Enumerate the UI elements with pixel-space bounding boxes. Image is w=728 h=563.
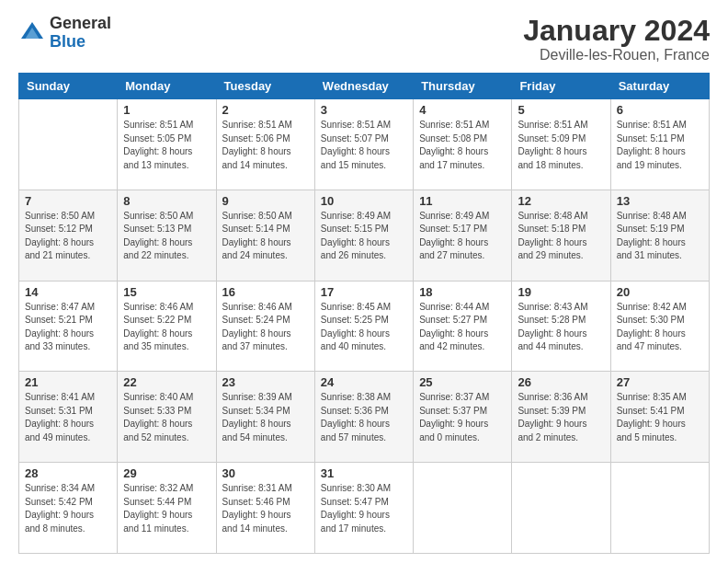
- calendar-cell: 28Sunrise: 8:34 AMSunset: 5:42 PMDayligh…: [19, 463, 118, 554]
- day-number: 28: [25, 466, 111, 480]
- day-number: 3: [321, 103, 407, 117]
- day-number: 22: [123, 375, 210, 389]
- day-detail: Sunrise: 8:45 AMSunset: 5:25 PMDaylight:…: [321, 301, 407, 354]
- week-row-5: 28Sunrise: 8:34 AMSunset: 5:42 PMDayligh…: [19, 463, 710, 554]
- calendar-cell: 14Sunrise: 8:47 AMSunset: 5:21 PMDayligh…: [19, 281, 118, 372]
- calendar-cell: 5Sunrise: 8:51 AMSunset: 5:09 PMDaylight…: [512, 99, 610, 190]
- calendar-cell: 22Sunrise: 8:40 AMSunset: 5:33 PMDayligh…: [118, 372, 216, 463]
- calendar-cell: 4Sunrise: 8:51 AMSunset: 5:08 PMDaylight…: [414, 99, 512, 190]
- calendar-cell: 24Sunrise: 8:38 AMSunset: 5:36 PMDayligh…: [314, 372, 413, 463]
- day-detail: Sunrise: 8:51 AMSunset: 5:11 PMDaylight:…: [617, 119, 703, 172]
- calendar-cell: 9Sunrise: 8:50 AMSunset: 5:14 PMDaylight…: [216, 190, 314, 281]
- day-number: 4: [419, 103, 506, 117]
- calendar-cell: [610, 463, 709, 554]
- calendar-cell: 12Sunrise: 8:48 AMSunset: 5:18 PMDayligh…: [512, 190, 610, 281]
- day-number: 18: [419, 285, 506, 299]
- day-number: 26: [518, 375, 604, 389]
- day-number: 25: [419, 375, 506, 389]
- day-detail: Sunrise: 8:37 AMSunset: 5:37 PMDaylight:…: [419, 391, 506, 444]
- day-number: 31: [321, 466, 407, 480]
- calendar-cell: 2Sunrise: 8:51 AMSunset: 5:06 PMDaylight…: [216, 99, 314, 190]
- day-number: 16: [222, 285, 309, 299]
- logo: General Blue: [18, 15, 111, 52]
- calendar-cell: 3Sunrise: 8:51 AMSunset: 5:07 PMDaylight…: [314, 99, 413, 190]
- day-detail: Sunrise: 8:49 AMSunset: 5:17 PMDaylight:…: [419, 210, 506, 263]
- calendar-cell: 10Sunrise: 8:49 AMSunset: 5:15 PMDayligh…: [314, 190, 413, 281]
- day-detail: Sunrise: 8:49 AMSunset: 5:15 PMDaylight:…: [321, 210, 407, 263]
- day-number: 10: [321, 194, 407, 208]
- day-detail: Sunrise: 8:46 AMSunset: 5:22 PMDaylight:…: [123, 301, 210, 354]
- day-detail: Sunrise: 8:32 AMSunset: 5:44 PMDaylight:…: [123, 482, 210, 535]
- day-detail: Sunrise: 8:51 AMSunset: 5:08 PMDaylight:…: [419, 119, 506, 172]
- calendar-cell: 27Sunrise: 8:35 AMSunset: 5:41 PMDayligh…: [610, 372, 709, 463]
- column-header-thursday: Thursday: [414, 74, 512, 99]
- day-number: 30: [222, 466, 309, 480]
- calendar-cell: 1Sunrise: 8:51 AMSunset: 5:05 PMDaylight…: [118, 99, 216, 190]
- day-detail: Sunrise: 8:35 AMSunset: 5:41 PMDaylight:…: [617, 391, 703, 444]
- page-subtitle: Deville-les-Rouen, France: [523, 47, 710, 63]
- calendar-cell: 25Sunrise: 8:37 AMSunset: 5:37 PMDayligh…: [414, 372, 512, 463]
- day-number: 9: [222, 194, 309, 208]
- day-detail: Sunrise: 8:42 AMSunset: 5:30 PMDaylight:…: [617, 301, 703, 354]
- calendar-cell: 16Sunrise: 8:46 AMSunset: 5:24 PMDayligh…: [216, 281, 314, 372]
- week-row-2: 7Sunrise: 8:50 AMSunset: 5:12 PMDaylight…: [19, 190, 710, 281]
- calendar-cell: 20Sunrise: 8:42 AMSunset: 5:30 PMDayligh…: [610, 281, 709, 372]
- day-detail: Sunrise: 8:43 AMSunset: 5:28 PMDaylight:…: [518, 301, 604, 354]
- header: General Blue January 2024 Deville-les-Ro…: [18, 15, 710, 63]
- day-detail: Sunrise: 8:34 AMSunset: 5:42 PMDaylight:…: [25, 482, 111, 535]
- day-detail: Sunrise: 8:48 AMSunset: 5:18 PMDaylight:…: [518, 210, 604, 263]
- calendar-cell: 6Sunrise: 8:51 AMSunset: 5:11 PMDaylight…: [610, 99, 709, 190]
- day-detail: Sunrise: 8:48 AMSunset: 5:19 PMDaylight:…: [617, 210, 703, 263]
- calendar-cell: 18Sunrise: 8:44 AMSunset: 5:27 PMDayligh…: [414, 281, 512, 372]
- day-detail: Sunrise: 8:31 AMSunset: 5:46 PMDaylight:…: [222, 482, 309, 535]
- logo-general: General: [50, 15, 111, 33]
- column-header-tuesday: Tuesday: [216, 74, 314, 99]
- day-detail: Sunrise: 8:51 AMSunset: 5:05 PMDaylight:…: [123, 119, 210, 172]
- day-number: 23: [222, 375, 309, 389]
- day-number: 12: [518, 194, 604, 208]
- day-number: 14: [25, 285, 111, 299]
- calendar-cell: [512, 463, 610, 554]
- calendar-cell: 17Sunrise: 8:45 AMSunset: 5:25 PMDayligh…: [314, 281, 413, 372]
- column-header-sunday: Sunday: [19, 74, 118, 99]
- day-number: 6: [617, 103, 703, 117]
- logo-icon: [18, 19, 46, 47]
- title-block: January 2024 Deville-les-Rouen, France: [523, 15, 710, 63]
- day-detail: Sunrise: 8:50 AMSunset: 5:14 PMDaylight:…: [222, 210, 309, 263]
- column-header-friday: Friday: [512, 74, 610, 99]
- calendar-cell: [414, 463, 512, 554]
- column-header-monday: Monday: [118, 74, 216, 99]
- day-number: 27: [617, 375, 703, 389]
- day-detail: Sunrise: 8:40 AMSunset: 5:33 PMDaylight:…: [123, 391, 210, 444]
- day-number: 5: [518, 103, 604, 117]
- calendar-cell: 21Sunrise: 8:41 AMSunset: 5:31 PMDayligh…: [19, 372, 118, 463]
- day-detail: Sunrise: 8:36 AMSunset: 5:39 PMDaylight:…: [518, 391, 604, 444]
- day-number: 11: [419, 194, 506, 208]
- day-detail: Sunrise: 8:30 AMSunset: 5:47 PMDaylight:…: [321, 482, 407, 535]
- logo-text: General Blue: [50, 15, 111, 52]
- calendar-cell: 13Sunrise: 8:48 AMSunset: 5:19 PMDayligh…: [610, 190, 709, 281]
- day-number: 15: [123, 285, 210, 299]
- calendar-cell: 15Sunrise: 8:46 AMSunset: 5:22 PMDayligh…: [118, 281, 216, 372]
- day-detail: Sunrise: 8:41 AMSunset: 5:31 PMDaylight:…: [25, 391, 111, 444]
- week-row-1: 1Sunrise: 8:51 AMSunset: 5:05 PMDaylight…: [19, 99, 710, 190]
- day-number: 2: [222, 103, 309, 117]
- page-title: January 2024: [523, 15, 710, 47]
- calendar-cell: 26Sunrise: 8:36 AMSunset: 5:39 PMDayligh…: [512, 372, 610, 463]
- day-detail: Sunrise: 8:46 AMSunset: 5:24 PMDaylight:…: [222, 301, 309, 354]
- day-number: 7: [25, 194, 111, 208]
- calendar-cell: 7Sunrise: 8:50 AMSunset: 5:12 PMDaylight…: [19, 190, 118, 281]
- day-detail: Sunrise: 8:51 AMSunset: 5:09 PMDaylight:…: [518, 119, 604, 172]
- calendar-table: SundayMondayTuesdayWednesdayThursdayFrid…: [18, 73, 710, 554]
- logo-blue: Blue: [50, 33, 111, 52]
- day-detail: Sunrise: 8:51 AMSunset: 5:06 PMDaylight:…: [222, 119, 309, 172]
- day-number: 8: [123, 194, 210, 208]
- day-detail: Sunrise: 8:47 AMSunset: 5:21 PMDaylight:…: [25, 301, 111, 354]
- day-number: 24: [321, 375, 407, 389]
- calendar-cell: 30Sunrise: 8:31 AMSunset: 5:46 PMDayligh…: [216, 463, 314, 554]
- day-number: 21: [25, 375, 111, 389]
- day-number: 1: [123, 103, 210, 117]
- day-number: 29: [123, 466, 210, 480]
- week-row-3: 14Sunrise: 8:47 AMSunset: 5:21 PMDayligh…: [19, 281, 710, 372]
- calendar-cell: 23Sunrise: 8:39 AMSunset: 5:34 PMDayligh…: [216, 372, 314, 463]
